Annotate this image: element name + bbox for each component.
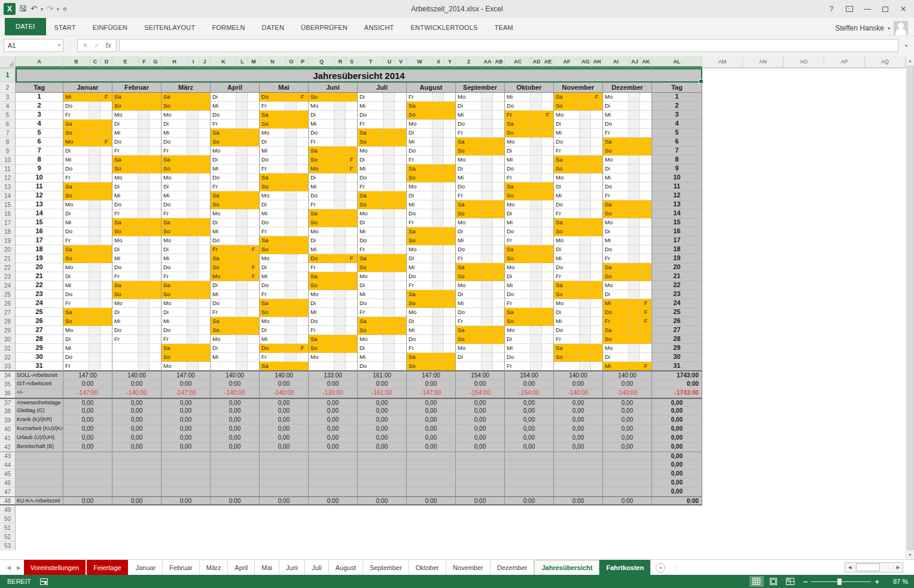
day-number-cell[interactable]: 13 xyxy=(16,200,63,209)
day-number-cell[interactable]: 11 xyxy=(16,182,63,191)
column-header-cell[interactable]: AG xyxy=(580,56,592,68)
month-day-cell[interactable]: Di xyxy=(603,102,652,111)
tag-header-cell[interactable]: Tag xyxy=(16,83,63,93)
formula-bar-expand-icon[interactable]: ▾ xyxy=(901,39,912,52)
summary-empty-cell[interactable] xyxy=(358,470,407,479)
month-day-cell[interactable]: Mi xyxy=(211,290,260,299)
month-day-cell[interactable]: Mi xyxy=(505,344,554,353)
row-header-cell[interactable]: 48 xyxy=(0,496,16,505)
month-day-cell[interactable]: Sa xyxy=(603,138,652,147)
user-avatar[interactable] xyxy=(894,21,908,35)
month-day-cell[interactable]: Mi xyxy=(162,254,211,263)
summary-value-cell[interactable]: 0,00 xyxy=(505,407,554,416)
month-day-cell[interactable]: So xyxy=(260,120,309,129)
month-day-cell[interactable]: Di xyxy=(112,182,162,191)
summary-empty-cell[interactable] xyxy=(554,452,603,461)
month-day-cell[interactable]: Fr xyxy=(407,218,456,227)
page-break-view-icon[interactable] xyxy=(783,576,797,587)
summary-value-cell[interactable]: 0:00 xyxy=(407,380,456,389)
month-day-cell[interactable]: So xyxy=(358,263,407,272)
summary-empty-cell[interactable] xyxy=(162,461,211,470)
month-day-cell[interactable]: Mo xyxy=(358,147,407,156)
ribbon-tab-überprüfen[interactable]: ÜBERPRÜFEN xyxy=(293,20,356,35)
new-sheet-button[interactable]: + xyxy=(656,563,665,572)
column-header-cell[interactable]: AL xyxy=(652,56,702,68)
account-area[interactable]: Steffen Hanske ▾ xyxy=(835,21,914,35)
month-day-cell[interactable]: MoF xyxy=(63,138,112,147)
month-day-cell[interactable]: Fr xyxy=(456,191,505,200)
summary-empty-cell[interactable] xyxy=(456,461,505,470)
cancel-icon[interactable]: ✕ xyxy=(83,42,88,50)
ribbon-tab-entwicklertools[interactable]: ENTWICKLERTOOLS xyxy=(403,20,486,35)
month-day-cell[interactable]: Sa xyxy=(407,102,456,111)
month-day-cell[interactable]: Mo xyxy=(505,200,554,209)
summary-value-cell[interactable]: 0,00 xyxy=(554,398,603,407)
month-day-cell[interactable]: Fr xyxy=(63,173,112,182)
summary-empty-cell[interactable] xyxy=(456,470,505,479)
zoom-level[interactable]: 87 % xyxy=(885,578,908,585)
row-header-cell[interactable]: 38 xyxy=(0,407,16,416)
month-day-cell[interactable]: Di xyxy=(112,308,162,317)
summary-value-cell[interactable]: 0,00 xyxy=(358,443,407,452)
row-header-cell[interactable]: 24 xyxy=(0,281,16,290)
summary-value-cell[interactable]: 0:00 xyxy=(309,380,358,389)
summary-value-cell[interactable]: 0,00 xyxy=(309,398,358,407)
month-day-cell[interactable]: Fr xyxy=(407,281,456,290)
empty-cell-area[interactable] xyxy=(16,523,702,532)
month-day-cell[interactable]: Di xyxy=(554,245,603,254)
summary-empty-cell[interactable] xyxy=(407,470,456,479)
summary-empty-cell[interactable] xyxy=(603,461,652,470)
month-day-cell[interactable]: Mi xyxy=(112,129,162,138)
scroll-up-icon[interactable]: ▲ xyxy=(908,56,912,65)
month-day-cell[interactable]: Fr xyxy=(260,353,309,362)
month-day-cell[interactable]: Do xyxy=(162,138,211,147)
month-day-cell[interactable]: Mo xyxy=(211,209,260,218)
month-day-cell[interactable]: Do xyxy=(63,353,112,362)
vertical-scroll-thumb[interactable] xyxy=(907,66,913,550)
summary-value-cell[interactable]: 0,00 xyxy=(112,407,162,416)
summary-value-cell[interactable]: 0,00 xyxy=(260,443,309,452)
summary-value-cell[interactable]: 140:00 xyxy=(112,371,162,380)
month-day-cell[interactable]: So xyxy=(505,317,554,326)
month-day-cell[interactable]: Mo xyxy=(260,254,309,263)
column-header-cell[interactable]: AO xyxy=(784,56,824,68)
scroll-right-icon[interactable]: ▶ xyxy=(893,565,903,570)
page-layout-view-icon[interactable] xyxy=(766,576,781,587)
tag-number-cell[interactable]: 15 xyxy=(652,218,702,227)
summary-value-cell[interactable]: 0,00 xyxy=(211,443,260,452)
column-header-cell[interactable]: AI xyxy=(603,56,629,68)
month-day-cell[interactable]: Di xyxy=(260,138,309,147)
month-day-cell[interactable]: Mo xyxy=(260,129,309,138)
row-header-cell[interactable]: 41 xyxy=(0,434,16,443)
month-day-cell[interactable]: So xyxy=(211,326,260,335)
month-day-cell[interactable]: Mo xyxy=(309,227,358,236)
column-header-cell[interactable]: J xyxy=(199,56,211,68)
month-day-cell[interactable]: Fr xyxy=(260,164,309,173)
sheet-tab-april[interactable]: April xyxy=(228,560,255,575)
summary-label-cell[interactable]: Gleittag (G) xyxy=(16,407,63,416)
month-day-cell[interactable]: Do xyxy=(505,164,554,173)
month-day-cell[interactable]: Do xyxy=(407,209,456,218)
month-day-cell[interactable]: Sa xyxy=(603,263,652,272)
month-day-cell[interactable]: So xyxy=(260,308,309,317)
month-day-cell[interactable]: Do xyxy=(505,353,554,362)
month-day-cell[interactable]: Di xyxy=(358,93,407,102)
day-number-cell[interactable]: 24 xyxy=(16,299,63,308)
summary-value-cell[interactable]: -140:00 xyxy=(112,389,162,398)
month-day-cell[interactable]: DoF xyxy=(260,344,309,353)
summary-value-cell[interactable]: 0,00 xyxy=(505,443,554,452)
month-day-cell[interactable]: So xyxy=(603,209,652,218)
month-header-cell[interactable]: Februar xyxy=(112,83,162,93)
month-day-cell[interactable]: Mo xyxy=(554,173,603,182)
month-day-cell[interactable]: Di xyxy=(63,209,112,218)
formula-input[interactable] xyxy=(119,39,898,52)
month-day-cell[interactable]: Do xyxy=(211,173,260,182)
summary-value-cell[interactable]: 0,00 xyxy=(63,443,112,452)
column-header-cell[interactable]: M xyxy=(248,56,260,68)
month-day-cell[interactable]: Fr xyxy=(505,299,554,308)
summary-value-cell[interactable]: 0,00 xyxy=(63,434,112,443)
summary-total-cell[interactable]: 1743:00 xyxy=(652,371,702,380)
day-number-cell[interactable]: 28 xyxy=(16,335,63,344)
month-day-cell[interactable]: Fr xyxy=(309,263,358,272)
month-day-cell[interactable]: Fr xyxy=(63,236,112,245)
